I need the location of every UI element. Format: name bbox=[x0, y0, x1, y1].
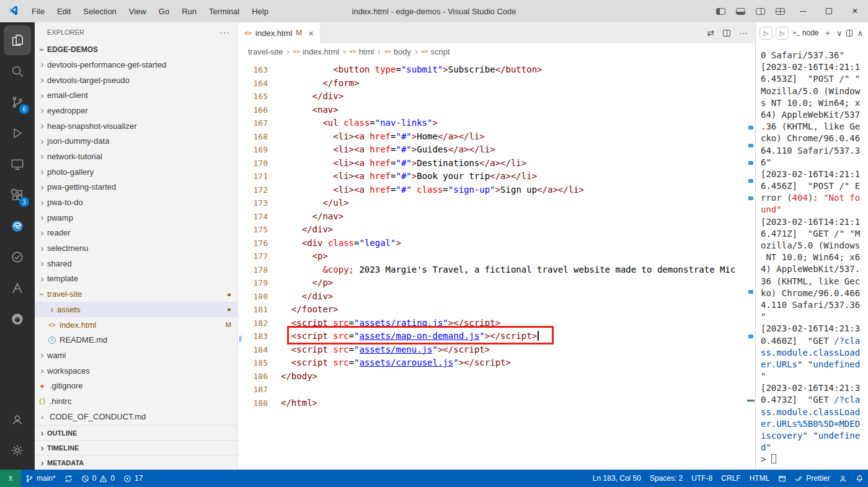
activity-source-control-icon[interactable]: 6 bbox=[4, 87, 31, 117]
menu-help[interactable]: Help bbox=[246, 4, 274, 19]
activity-circle-check-icon[interactable] bbox=[4, 242, 31, 272]
activity-extensions-icon[interactable]: 3 bbox=[4, 180, 31, 210]
breadcrumb-script[interactable]: <>script bbox=[422, 47, 450, 56]
code-line-168[interactable]: 168 <li><a href="#">Home</a></li> bbox=[238, 130, 755, 144]
code-line-179[interactable]: 179 </p> bbox=[238, 276, 755, 290]
code-line-166[interactable]: 166 <nav> bbox=[238, 103, 755, 117]
tab-close-icon[interactable]: × bbox=[308, 28, 314, 38]
branch-indicator[interactable]: main* bbox=[21, 470, 60, 487]
file-link[interactable]: assets/rating.js bbox=[359, 318, 443, 328]
activity-edge-devtools-icon[interactable] bbox=[4, 211, 31, 241]
breadcrumb-html[interactable]: <>html bbox=[350, 47, 374, 56]
explorer-more-actions-icon[interactable]: ··· bbox=[219, 27, 230, 37]
activity-search-icon[interactable] bbox=[4, 56, 31, 86]
breadcrumb-index-html[interactable]: <>index.html bbox=[293, 47, 339, 56]
folder-workspaces[interactable]: ›workspaces bbox=[35, 363, 237, 379]
code-line-176[interactable]: 176 <div class="legal"> bbox=[238, 237, 755, 250]
new-terminal-icon[interactable]: + bbox=[824, 29, 832, 38]
section-outline[interactable]: ›OUTLINE bbox=[35, 425, 237, 440]
breadcrumb-body[interactable]: <>body bbox=[384, 47, 411, 56]
toggle-secondary-sidebar-icon[interactable] bbox=[750, 0, 770, 22]
maximize-panel-icon[interactable]: ∧ bbox=[856, 29, 864, 38]
folder-email-client[interactable]: ›email-client bbox=[35, 87, 237, 103]
menu-terminal[interactable]: Terminal bbox=[203, 4, 245, 19]
terminal-dropdown-icon[interactable]: ∨ bbox=[835, 29, 843, 38]
code-line-173[interactable]: 173 </ul> bbox=[238, 196, 755, 210]
folder-heap-snapshot-visualizer[interactable]: ›heap-snapshot-visualizer bbox=[35, 118, 237, 134]
activity-remote-explorer-icon[interactable] bbox=[4, 149, 31, 179]
hints-indicator[interactable]: 17 bbox=[119, 470, 147, 487]
language-mode[interactable]: HTML bbox=[745, 470, 774, 487]
workspace-root-folder[interactable]: › EDGE-DEMOS bbox=[35, 42, 237, 57]
browser-preview-icon[interactable] bbox=[774, 470, 790, 487]
activity-accounts-icon[interactable] bbox=[4, 405, 31, 434]
code-line-163[interactable]: 163 <button type="submit">Subscribe</but… bbox=[238, 63, 755, 77]
folder-travel-site[interactable]: ›travel-site● bbox=[35, 286, 237, 302]
code-line-183[interactable]: 183≈≈ <script src="assets/map-on-demand.… bbox=[238, 330, 755, 343]
minimize-button[interactable] bbox=[790, 0, 816, 22]
code-line-169[interactable]: 169 <li><a href="#">Guides</a></li> bbox=[238, 143, 755, 157]
folder-wami[interactable]: ›wami bbox=[35, 348, 237, 363]
file-link[interactable]: assets/menu.js bbox=[359, 344, 432, 354]
split-terminal-icon[interactable] bbox=[846, 30, 852, 37]
breadcrumb-travel-site[interactable]: travel-site bbox=[248, 47, 283, 56]
file-hintrc[interactable]: {}.hintrc bbox=[35, 393, 237, 409]
code-line-184[interactable]: 184 <script src="assets/menu.js"></scrip… bbox=[238, 343, 755, 357]
code-line-165[interactable]: 165 </div> bbox=[238, 90, 755, 103]
cursor-position[interactable]: Ln 183, Col 50 bbox=[588, 470, 645, 487]
code-line-188[interactable]: 188</html> bbox=[238, 397, 755, 410]
folder-network-tutorial[interactable]: ›network-tutorial bbox=[35, 149, 237, 164]
folder-selectmenu[interactable]: ›selectmenu bbox=[35, 240, 237, 256]
code-line-181[interactable]: 181 </footer> bbox=[238, 303, 755, 317]
menu-file[interactable]: File bbox=[26, 4, 50, 19]
folder-devtools-target-pseudo[interactable]: ›devtools-target-pseudo bbox=[35, 72, 237, 88]
activity-explorer-icon[interactable] bbox=[4, 25, 31, 55]
eol[interactable]: CRLF bbox=[717, 470, 745, 487]
activity-settings-icon[interactable] bbox=[4, 436, 31, 465]
folder-reader[interactable]: ›reader bbox=[35, 226, 237, 241]
section-metadata[interactable]: ›METADATA bbox=[35, 455, 237, 470]
folder-pwa-to-do[interactable]: ›pwa-to-do bbox=[35, 195, 237, 210]
code-editor[interactable]: 163 <button type="submit">Subscribe</but… bbox=[238, 59, 755, 470]
editor-more-actions-icon[interactable]: ··· bbox=[739, 28, 748, 38]
open-changes-icon[interactable]: ⇄ bbox=[707, 28, 714, 38]
overview-ruler[interactable] bbox=[746, 59, 755, 470]
feedback-icon[interactable] bbox=[835, 470, 851, 487]
activity-run-and-debug-icon[interactable] bbox=[4, 118, 31, 148]
code-line-186[interactable]: 186</body> bbox=[238, 370, 755, 384]
activity-github-icon[interactable] bbox=[4, 304, 31, 334]
folder-pwamp[interactable]: ›pwamp bbox=[35, 210, 237, 226]
code-line-180[interactable]: 180 </div> bbox=[238, 290, 755, 304]
maximize-button[interactable] bbox=[816, 0, 842, 22]
file-link[interactable]: assets/carousel.js bbox=[359, 358, 453, 367]
code-line-174[interactable]: 174 </nav> bbox=[238, 210, 755, 224]
code-line-164[interactable]: 164 </form> bbox=[238, 77, 755, 90]
code-line-178[interactable]: 178 &copy; 2023 Margie's Travel, a ficti… bbox=[238, 263, 755, 277]
code-line-170[interactable]: 170 <li><a href="#">Destinations</a></li… bbox=[238, 157, 755, 170]
toggle-primary-sidebar-icon[interactable] bbox=[711, 0, 730, 22]
problems-indicator[interactable]: 00 bbox=[77, 470, 119, 487]
run-task-icon[interactable]: ▷ bbox=[776, 27, 789, 40]
folder-pwa-getting-started[interactable]: ›pwa-getting-started bbox=[35, 180, 237, 195]
terminal-output[interactable]: 0 Safari/537.36"[2023-02-16T14:21:16.453… bbox=[756, 43, 868, 470]
remote-indicator[interactable] bbox=[0, 470, 21, 487]
code-line-177[interactable]: 177 <p> bbox=[238, 250, 755, 263]
folder-shared[interactable]: ›shared bbox=[35, 256, 237, 271]
close-button[interactable]: × bbox=[842, 0, 868, 22]
code-line-185[interactable]: 185 <script src="assets/carousel.js"></s… bbox=[238, 356, 755, 370]
folder-photo-gallery[interactable]: ›photo-gallery bbox=[35, 164, 237, 180]
code-line-182[interactable]: 182 <script src="assets/rating.js"></scr… bbox=[238, 317, 755, 330]
terminal-tab-node[interactable]: >_ node bbox=[792, 29, 820, 37]
split-editor-icon[interactable] bbox=[723, 30, 730, 37]
file-readme-md[interactable]: iREADME.md bbox=[35, 332, 237, 348]
folder-template[interactable]: ›template bbox=[35, 271, 237, 287]
code-line-175[interactable]: 175 </div> bbox=[238, 223, 755, 237]
menu-selection[interactable]: Selection bbox=[78, 4, 122, 19]
code-line-187[interactable]: 187 bbox=[238, 383, 755, 397]
code-line-167[interactable]: 167 <ul class="nav-links"> bbox=[238, 116, 755, 130]
menu-view[interactable]: View bbox=[123, 4, 152, 19]
indentation[interactable]: Spaces: 2 bbox=[645, 470, 687, 487]
folder-eyedropper[interactable]: ›eyedropper bbox=[35, 103, 237, 118]
open-preview-icon[interactable]: ▷ bbox=[760, 27, 773, 40]
file-gitignore[interactable]: ◆.gitignore bbox=[35, 378, 237, 393]
